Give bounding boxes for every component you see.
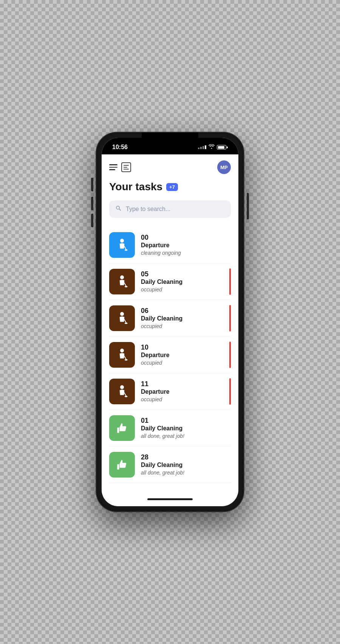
task-type: Departure: [141, 351, 231, 359]
task-status: all done, great job!: [141, 433, 231, 439]
task-icon: [109, 232, 135, 258]
red-indicator: [229, 305, 231, 331]
task-number: 01: [141, 417, 231, 425]
task-number: 06: [141, 307, 231, 315]
home-indicator: [102, 495, 238, 506]
task-icon: [109, 452, 135, 478]
task-item[interactable]: 28 Daily Cleaning all done, great job!: [109, 447, 231, 483]
task-info: 11 Departure occupied: [141, 380, 231, 403]
search-placeholder: Type to search...: [126, 206, 170, 213]
svg-point-3: [120, 276, 124, 279]
task-status: occupied: [141, 323, 231, 330]
task-item[interactable]: 00 Departure cleaning ongoing: [109, 227, 231, 263]
status-time: 10:56: [112, 144, 128, 151]
task-status: occupied: [141, 286, 231, 293]
svg-point-14: [125, 396, 128, 397]
task-number: 28: [141, 453, 231, 462]
task-info: 01 Daily Cleaning all done, great job!: [141, 417, 231, 440]
task-icon: [109, 342, 135, 368]
task-type: Daily Cleaning: [141, 425, 231, 433]
task-status: occupied: [141, 359, 231, 366]
task-item[interactable]: 06 Daily Cleaning occupied: [109, 300, 231, 337]
nav-icons: [109, 162, 131, 172]
svg-point-12: [120, 385, 124, 389]
phone-screen: 10:56: [102, 138, 238, 506]
signal-icon: [198, 145, 206, 149]
search-icon: [115, 205, 122, 213]
task-list: 00 Departure cleaning ongoing 05 Daily C…: [109, 227, 231, 483]
svg-point-0: [120, 239, 124, 243]
task-type: Daily Cleaning: [141, 315, 231, 323]
svg-point-2: [125, 249, 128, 251]
battery-icon: [217, 145, 228, 149]
task-count-badge: +7: [166, 183, 178, 191]
home-bar: [147, 498, 193, 500]
list-view-icon[interactable]: [121, 162, 131, 172]
task-item[interactable]: 10 Departure occupied: [109, 337, 231, 373]
task-icon: [109, 305, 135, 331]
task-info: 28 Daily Cleaning all done, great job!: [141, 453, 231, 476]
task-status: occupied: [141, 396, 231, 403]
avatar[interactable]: MP: [217, 160, 231, 174]
task-item[interactable]: 01 Daily Cleaning all done, great job!: [109, 410, 231, 447]
red-indicator: [229, 378, 231, 405]
task-icon: [109, 379, 135, 404]
svg-point-9: [120, 349, 124, 353]
task-info: 10 Departure occupied: [141, 344, 231, 367]
svg-point-11: [125, 359, 128, 361]
red-indicator: [229, 342, 231, 368]
status-icons: [198, 144, 228, 150]
phone-frame: 10:56: [96, 132, 244, 512]
task-status: all done, great job!: [141, 469, 231, 476]
wifi-icon: [209, 144, 215, 150]
notch: [142, 132, 198, 144]
task-number: 11: [141, 380, 231, 388]
task-number: 00: [141, 234, 231, 242]
task-item[interactable]: 05 Daily Cleaning occupied: [109, 263, 231, 300]
task-type: Daily Cleaning: [141, 461, 231, 469]
svg-point-5: [125, 286, 128, 287]
task-item[interactable]: 11 Departure occupied: [109, 373, 231, 410]
task-type: Daily Cleaning: [141, 278, 231, 286]
page-title: Your tasks: [109, 181, 162, 193]
task-number: 10: [141, 344, 231, 352]
task-icon: [109, 269, 135, 294]
task-number: 05: [141, 270, 231, 279]
task-info: 00 Departure cleaning ongoing: [141, 234, 231, 257]
hamburger-menu-icon[interactable]: [109, 164, 117, 170]
app-content: MP Your tasks +7 Type to search...: [102, 154, 238, 495]
svg-point-8: [125, 322, 128, 324]
task-icon: [109, 415, 135, 441]
task-status: cleaning ongoing: [141, 250, 231, 256]
search-bar[interactable]: Type to search...: [109, 200, 231, 218]
task-type: Departure: [141, 242, 231, 250]
svg-point-6: [120, 312, 124, 316]
task-info: 05 Daily Cleaning occupied: [141, 270, 231, 293]
task-info: 06 Daily Cleaning occupied: [141, 307, 231, 330]
top-nav: MP: [109, 160, 231, 174]
task-type: Departure: [141, 388, 231, 396]
red-indicator: [229, 268, 231, 295]
page-title-row: Your tasks +7: [109, 181, 231, 193]
